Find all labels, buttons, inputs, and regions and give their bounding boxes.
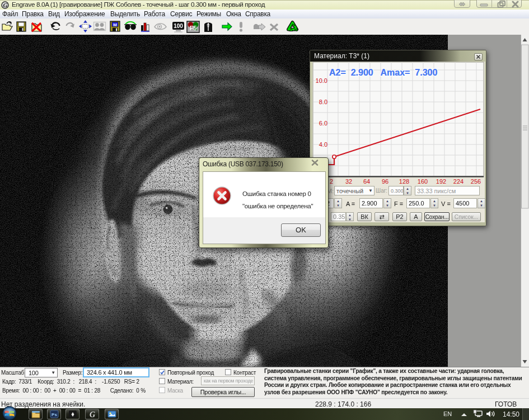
svg-text:G: G: [89, 410, 95, 418]
svg-text:F5: F5: [190, 25, 197, 31]
svg-text:8.0: 8.0: [319, 99, 327, 105]
svg-text:A2= 2.900 Amax= 7.300: A2= 2.900 Amax= 7.300: [329, 68, 437, 77]
svg-text:100: 100: [174, 23, 183, 29]
svg-text:G: G: [3, 2, 8, 8]
svg-text:4.0: 4.0: [319, 141, 327, 148]
svg-text:Ps: Ps: [52, 412, 57, 417]
svg-text:M: M: [113, 22, 117, 27]
svg-text:6.0: 6.0: [319, 120, 327, 127]
svg-text:10.0: 10.0: [316, 77, 327, 84]
